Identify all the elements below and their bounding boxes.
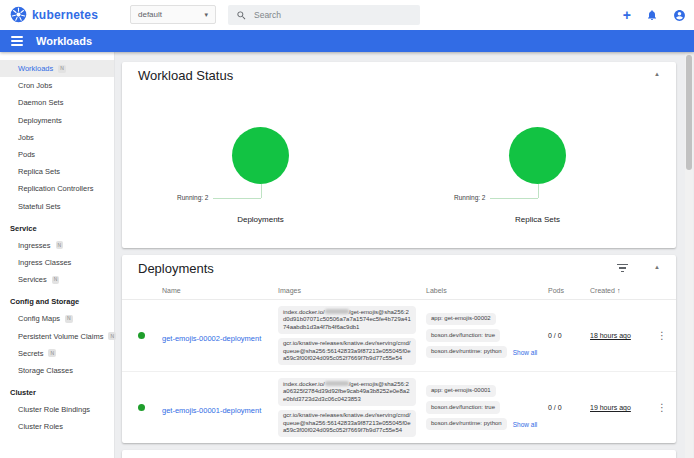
deployments-card: Deployments ▲ Name Images Labels Pods Cr…: [122, 255, 676, 443]
sidebar-item-cron-jobs[interactable]: Cron Jobs: [0, 77, 114, 94]
labels-cell: app: get-emojis-00001 boson.dev/function…: [426, 385, 548, 431]
pie-annotation: Running: 2: [454, 194, 485, 201]
sidebar-item-label: Cluster Role Bindings: [18, 405, 90, 414]
status-cell: [138, 404, 162, 411]
deployments-pie-chart: Running: 2 Deployments: [122, 89, 399, 241]
sidebar-item-label: Ingresses: [18, 241, 51, 250]
sidebar-item-label: Jobs: [18, 133, 34, 142]
sidebar-item-label: Secrets: [18, 349, 43, 358]
sidebar-item-label: Cluster Roles: [18, 422, 63, 431]
workload-status-card: Workload Status ▲ Running: 2 Deployments…: [122, 62, 676, 248]
images-cell: index.docker.io//get-emojis@sha256:2d0d9…: [278, 300, 426, 371]
brand-name: kubernetes: [32, 8, 98, 22]
created-cell: 19 hours ago: [590, 404, 656, 411]
labels-cell: app: get-emojis-00002 boson.dev/function…: [426, 313, 548, 359]
column-header-name[interactable]: Name: [162, 287, 278, 294]
collapse-icon[interactable]: ▲: [654, 71, 660, 77]
app-bar: Workloads: [0, 30, 694, 52]
page-title: Workloads: [36, 35, 92, 47]
sidebar-item-replication-controllers[interactable]: Replication Controllers: [0, 180, 114, 197]
top-actions: +: [623, 0, 686, 30]
notifications-icon[interactable]: [646, 9, 658, 21]
sidebar-item-cluster-role-bindings[interactable]: Cluster Role Bindings: [0, 401, 114, 418]
pie-title: Replica Sets: [399, 215, 676, 224]
show-all-link[interactable]: Show all: [513, 421, 538, 428]
sidebar-item-storage-classes[interactable]: Storage Classes: [0, 362, 114, 379]
row-menu-icon[interactable]: ⋮: [656, 331, 668, 341]
label-chip: boson.dev/runtime: python: [426, 346, 507, 359]
sidebar-item-pods[interactable]: Pods: [0, 146, 114, 163]
chevron-down-icon: ▾: [204, 11, 208, 19]
sidebar-item-cluster-roles[interactable]: Cluster Roles: [0, 418, 114, 435]
sidebar-item-services[interactable]: Services N: [0, 271, 114, 288]
vertical-scrollbar[interactable]: [685, 52, 693, 458]
brand[interactable]: kubernetes: [10, 6, 98, 23]
sidebar-item-persistent-volume-claims[interactable]: Persistent Volume Claims N: [0, 327, 114, 344]
image-chip: index.docker.io//get-emojis@sha256:2d0d9…: [278, 306, 416, 334]
sidebar-item-ingress-classes[interactable]: Ingress Classes: [0, 254, 114, 271]
sidebar-item-label: Storage Classes: [18, 366, 73, 375]
sidebar-item-label: Deployments: [18, 116, 62, 125]
sidebar-item-ingresses[interactable]: Ingresses N: [0, 237, 114, 254]
filter-icon[interactable]: [617, 264, 628, 272]
top-bar: kubernetes default ▾ +: [0, 0, 694, 30]
namespace-value: default: [138, 10, 162, 19]
create-icon[interactable]: +: [623, 8, 631, 22]
card-title: Deployments: [138, 261, 214, 276]
column-header-pods[interactable]: Pods: [548, 287, 590, 294]
column-header-created[interactable]: Created↑: [590, 287, 656, 294]
main-content: Workload Status ▲ Running: 2 Deployments…: [122, 52, 676, 458]
sidebar-item-config-maps[interactable]: Config Maps N: [0, 310, 114, 327]
row-menu-icon[interactable]: ⋮: [656, 403, 668, 413]
deployment-name-link[interactable]: get-emojis-00002-deployment: [162, 334, 261, 343]
namespaced-badge: N: [48, 349, 56, 357]
search-box[interactable]: [228, 5, 420, 25]
next-card-partial: [122, 450, 676, 458]
table-row: get-emojis-00001-deployment index.docker…: [122, 372, 676, 443]
images-cell: index.docker.io//get-emojis@sha256:2a063…: [278, 372, 426, 443]
pods-cell: 0 / 0: [548, 404, 590, 411]
sidebar-item-deployments[interactable]: Deployments: [0, 112, 114, 129]
redacted-text: [325, 381, 349, 386]
sidebar: Workloads N Cron Jobs Daemon Sets Deploy…: [0, 52, 114, 458]
namespaced-badge: N: [58, 65, 66, 73]
redacted-text: [325, 309, 349, 314]
namespaced-badge: N: [108, 332, 116, 340]
user-icon[interactable]: [673, 9, 686, 22]
card-title: Workload Status: [138, 68, 233, 83]
sidebar-item-workloads[interactable]: Workloads N: [0, 60, 114, 77]
column-header-created-label: Created: [590, 287, 615, 294]
menu-icon[interactable]: [11, 36, 23, 46]
callout-line: [261, 184, 262, 198]
sidebar-item-replica-sets[interactable]: Replica Sets: [0, 163, 114, 180]
sidebar-item-label: Services: [18, 275, 47, 284]
image-chip: gcr.io/knative-releases/knative.dev/serv…: [278, 338, 416, 366]
kubernetes-logo-icon: [10, 6, 27, 23]
running-status-icon: [138, 332, 145, 339]
replica-sets-pie-chart: Running: 2 Replica Sets: [399, 89, 676, 241]
collapse-icon[interactable]: ▲: [654, 264, 660, 270]
sidebar-section-cluster: Cluster: [0, 384, 114, 401]
sidebar-item-jobs[interactable]: Jobs: [0, 129, 114, 146]
sidebar-item-label: Replication Controllers: [18, 184, 93, 193]
namespace-selector[interactable]: default ▾: [130, 5, 216, 24]
label-chip: app: get-emojis-00001: [426, 385, 496, 398]
sidebar-item-stateful-sets[interactable]: Stateful Sets: [0, 198, 114, 215]
sidebar-item-daemon-sets[interactable]: Daemon Sets: [0, 94, 114, 111]
column-header-images[interactable]: Images: [278, 287, 426, 294]
pie-slice-running: [509, 127, 566, 184]
sidebar-item-label: Cron Jobs: [18, 81, 52, 90]
namespaced-badge: N: [56, 241, 64, 249]
callout-line: [213, 198, 261, 199]
sidebar-item-label: Daemon Sets: [18, 98, 63, 107]
scrollbar-thumb[interactable]: [686, 55, 692, 170]
sidebar-item-secrets[interactable]: Secrets N: [0, 345, 114, 362]
search-input[interactable]: [254, 10, 394, 20]
table-row: get-emojis-00002-deployment index.docker…: [122, 300, 676, 372]
pie-annotation: Running: 2: [177, 194, 208, 201]
sidebar-item-label: Config Maps: [18, 314, 60, 323]
deployment-name-link[interactable]: get-emojis-00001-deployment: [162, 406, 261, 415]
show-all-link[interactable]: Show all: [513, 349, 538, 356]
created-cell: 18 hours ago: [590, 332, 656, 339]
column-header-labels[interactable]: Labels: [426, 287, 548, 294]
